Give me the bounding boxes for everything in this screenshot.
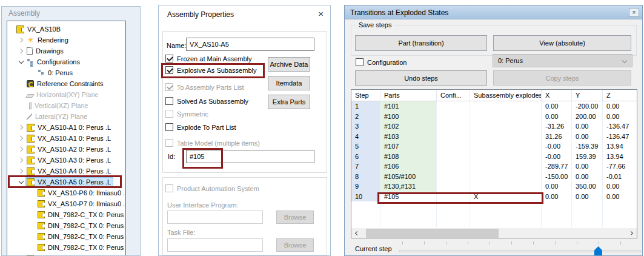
part-icon [38,233,45,240]
cell-parts: #108 [380,152,437,162]
scrollbar-thumb[interactable] [366,229,499,238]
chevron-right-icon[interactable] [16,167,25,176]
cell-y: 0.00 [572,132,603,142]
scroll-right-icon[interactable] [626,228,637,238]
checkbox-row: Table Model (multiple items) [165,138,260,147]
chevron-right-icon[interactable] [16,47,25,56]
close-icon[interactable]: × [318,9,324,19]
tree-item[interactable]: VX_AS10-P7 0: Ilmiasu0 .L [7,198,125,209]
tree-item[interactable]: Vertical(XZ) Plane [7,100,125,111]
current-step-slider[interactable] [399,250,641,252]
chevron-right-icon[interactable] [16,123,25,132]
cell-subassembly [470,141,542,152]
table-row[interactable]: 5#107-0.00-159.3913.94 [351,141,637,152]
solved-as-subassembly-checkbox[interactable] [165,97,173,105]
cell-z: -136.47 [603,121,637,132]
name-field[interactable] [186,38,314,51]
tree-item-label: VX_AS10-A5 0: Perus .L [38,178,111,186]
configuration-select[interactable]: 0: Perus [493,54,632,67]
tree-item[interactable]: Reference Constraints [7,78,125,89]
explode-to-part-list-checkbox[interactable] [165,123,173,131]
table-row[interactable]: 1#1010.00-200.000.00 [351,101,637,112]
column-header[interactable]: Z [603,90,637,101]
column-header[interactable]: Parts [380,90,437,101]
itemdata-button[interactable]: Itemdata [268,76,310,90]
table-row[interactable]: 6#108-0.00159.3913.94 [351,152,637,162]
frozen-at-main-assembly-checkbox[interactable] [165,55,173,62]
horizontal-scrollbar[interactable] [351,228,637,238]
close-icon[interactable]: × [629,8,639,17]
cell-config [437,152,470,162]
chevron-right-icon[interactable] [16,145,25,154]
cell-parts: #130,#131 [380,181,437,192]
task-file-label: Task File: [167,229,195,236]
scroll-left-icon[interactable] [351,228,362,238]
tree-item[interactable]: DIN_7982-C_TX 0: Perus .L [7,220,125,231]
tree-item[interactable]: VX_AS10-P8 0: Ilmiasu0 .L [7,253,125,256]
configuration-checkbox[interactable] [356,58,363,66]
view-absolute-button[interactable]: View (absolute) [493,35,631,51]
explosive-as-subassembly-checkbox[interactable] [165,66,173,74]
chevron-down-icon[interactable] [16,178,25,187]
tree-item-label: Horizontal(XY) Plane [36,91,99,98]
table-row[interactable]: 3#102-31.260.00-136.47 [351,121,637,132]
column-header[interactable]: Step [351,90,380,101]
id-field[interactable] [186,150,314,163]
steps-table[interactable]: StepPartsConfi...Subassembly explodesXYZ… [351,89,637,238]
chevron-down-icon[interactable] [16,58,25,67]
column-header[interactable]: Confi... [437,90,470,101]
cell-subassembly [470,161,542,172]
plane-l-icon [27,113,32,120]
tree-item[interactable]: VX_AS10B [7,24,125,35]
tree-item[interactable]: DIN_7982-C_TX 0: Perus .L [7,209,125,220]
tree-item[interactable]: Drawings [7,45,125,56]
extra-parts-button[interactable]: Extra Parts [268,95,310,109]
tree-item[interactable]: VX_AS10-A3 0: Perus .L [7,155,125,166]
uip-label: User Interface Program: [167,201,238,209]
assembly-tree-panel: Assembly VX_AS10B☀RenderingDrawingsConfi… [1,6,141,256]
part-transition-button[interactable]: Part (transition) [355,35,487,51]
cell-y: 350.00 [572,181,603,192]
chevron-right-icon[interactable] [16,36,25,45]
copy-steps-button[interactable]: Copy steps [493,70,631,86]
cell-y: 159.39 [572,152,603,162]
archive-data-button[interactable]: Archive Data [268,57,310,72]
table-row[interactable]: 7#106-289.770.00-77.66 [351,161,637,172]
chevron-right-icon[interactable] [16,134,25,143]
column-header[interactable]: X [542,90,572,101]
cell-step: 10 [351,192,380,202]
tree-item[interactable]: Horizontal(XY) Plane [7,89,125,100]
tree-item[interactable]: DIN_7982-C_TX 0: Perus .L [7,231,125,242]
cell-step: 5 [351,141,380,152]
tree-item[interactable]: Lateral(YZ) Plane [7,111,125,122]
tree-item[interactable]: VX_AS10-A2 0: Perus .L [7,144,125,155]
tree-item[interactable]: ☀Rendering [7,35,125,45]
tree-item[interactable]: 0: Perus [7,67,125,78]
dialog-titlebar[interactable]: Transitions at Exploded States [345,5,642,19]
tree-item[interactable]: VX_AS10-A1 0: Perus .L [7,122,125,133]
tree-item[interactable]: VX_AS10-A1 0: Perus .L [7,133,125,144]
tree-item[interactable]: Configurations [7,56,125,67]
tree-item[interactable]: VX_AS10-A4 0: Perus .L [7,166,125,177]
column-header[interactable]: Y [572,90,603,101]
table-row[interactable]: 2#1000.00200.000.00 [351,112,637,122]
product-automation-checkbox[interactable] [165,184,173,192]
arrow-slot [16,79,25,89]
table-row[interactable]: 9#130,#1310.00350.000.00 [351,181,637,192]
chevron-right-icon[interactable] [16,156,25,165]
table-row[interactable]: 4#10331.260.00-136.47 [351,132,637,142]
tree-item[interactable]: VX_AS10-P6 0: Ilmiasu0 .L [7,187,125,198]
tree-item[interactable]: DIN_7982-C_TX 0: Perus .L [7,242,125,253]
table-row[interactable]: 10#105X0.000.000.00 [351,192,637,202]
assembly-tree[interactable]: VX_AS10B☀RenderingDrawingsConfigurations… [7,21,126,256]
tree-item[interactable]: VX_AS10-A5 0: Perus .L [7,177,125,187]
column-header[interactable]: Subassembly explodes [470,90,542,101]
cell-config [437,112,470,122]
slider-thumb[interactable] [594,246,602,256]
table-row[interactable]: 8#105/#100-150.000.00-0.01 [351,172,637,182]
assembly-icon [27,178,35,186]
workspace: Assembly VX_AS10B☀RenderingDrawingsConfi… [0,0,644,256]
name-label: Name: [167,42,186,49]
table-model-multiple-items--checkbox [165,139,173,147]
undo-steps-button[interactable]: Undo steps [355,70,487,86]
